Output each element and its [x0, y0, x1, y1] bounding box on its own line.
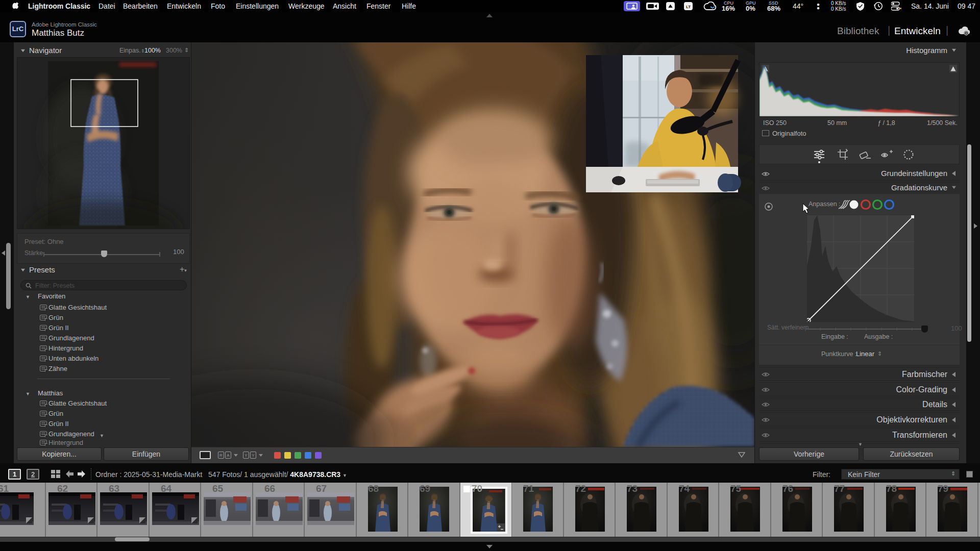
svg-text:LT: LT	[686, 5, 691, 9]
